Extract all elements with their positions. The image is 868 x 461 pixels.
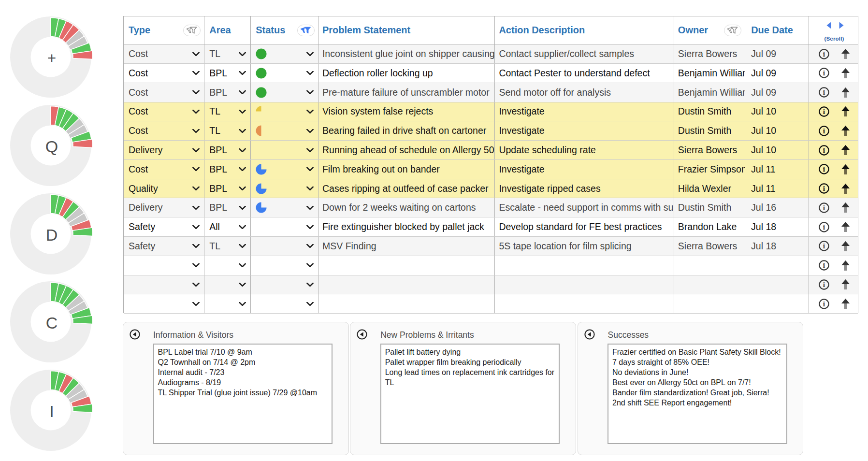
svg-text:i: i	[823, 50, 825, 58]
svg-text:+: +	[47, 49, 56, 66]
svg-text:i: i	[823, 107, 825, 115]
svg-text:i: i	[823, 300, 825, 308]
svg-text:i: i	[823, 203, 825, 212]
svg-text:i: i	[823, 88, 825, 97]
svg-text:Q: Q	[45, 137, 58, 156]
svg-text:i: i	[823, 146, 825, 154]
svg-text:i: i	[823, 242, 825, 250]
svg-text:i: i	[823, 69, 825, 77]
svg-text:I: I	[49, 402, 54, 420]
svg-text:i: i	[823, 165, 825, 173]
svg-text:D: D	[45, 226, 58, 244]
svg-text:i: i	[823, 280, 825, 288]
svg-text:C: C	[45, 314, 58, 332]
svg-text:i: i	[823, 261, 825, 270]
svg-text:i: i	[823, 184, 825, 192]
svg-text:i: i	[823, 223, 825, 231]
svg-text:i: i	[823, 127, 825, 135]
